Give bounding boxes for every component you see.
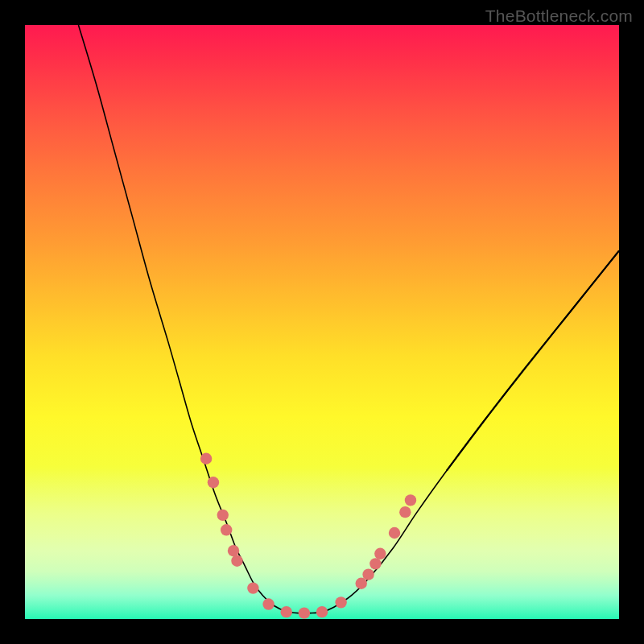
marker-dot <box>316 606 328 617</box>
marker-dot <box>405 494 416 506</box>
marker-dot <box>217 510 229 521</box>
marker-dot <box>231 555 242 566</box>
marker-dot <box>208 477 219 488</box>
chart-svg <box>25 25 619 619</box>
marker-dot <box>247 582 258 593</box>
marker-dots <box>200 453 416 619</box>
marker-dot <box>281 606 292 617</box>
marker-dot <box>228 545 239 556</box>
marker-dot <box>399 506 411 518</box>
marker-dot <box>362 568 374 580</box>
curve-line <box>78 25 619 613</box>
marker-dot <box>200 453 212 464</box>
marker-dot <box>221 524 232 535</box>
marker-dot <box>389 527 400 539</box>
marker-dot <box>374 548 386 559</box>
marker-dot <box>299 607 310 618</box>
plot-area <box>25 25 619 619</box>
chart-frame: TheBottleneck.com <box>0 0 644 644</box>
marker-dot <box>335 597 346 608</box>
curve-right-tail <box>447 250 619 470</box>
marker-dot <box>369 558 381 569</box>
marker-dot <box>262 598 274 609</box>
watermark-text: TheBottleneck.com <box>485 6 633 26</box>
